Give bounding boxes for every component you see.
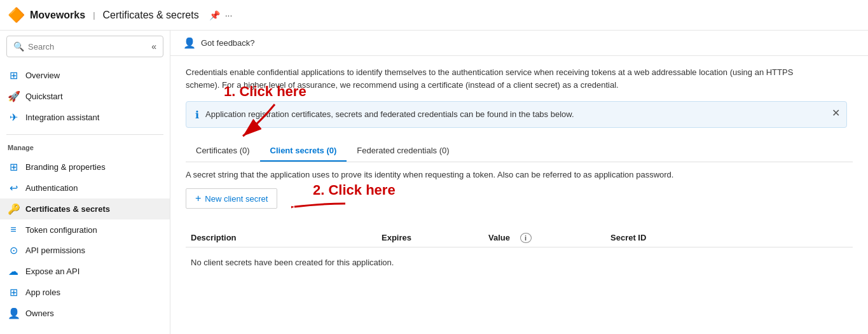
annotation-click-here-1: 1. Click here: [224, 83, 307, 100]
sidebar-item-label: Token configuration: [25, 225, 97, 235]
info-icon: ℹ: [195, 109, 199, 121]
authentication-icon: ↩: [8, 182, 19, 194]
integration-icon: ✈: [8, 111, 19, 123]
manage-label: Manage: [0, 139, 170, 154]
sidebar-item-label: Authentication: [25, 183, 78, 193]
app-name: Moveworks: [30, 10, 85, 21]
sidebar-item-expose[interactable]: ☁ Expose an API: [0, 261, 170, 282]
sidebar-item-label: App roles: [25, 288, 60, 297]
sidebar: 🔍 « ⊞ Overview 🚀 Quickstart ✈ Integratio…: [0, 31, 170, 334]
secret-description: A secret string that the application use…: [186, 170, 694, 179]
expose-icon: ☁: [8, 265, 19, 277]
sidebar-nav-top: ⊞ Overview 🚀 Quickstart ✈ Integration as…: [0, 62, 170, 130]
certificates-icon: 🔑: [8, 203, 19, 215]
app-logo-icon: 🔶: [8, 7, 25, 24]
collapse-icon[interactable]: «: [151, 41, 156, 52]
main-content: 👤 Got feedback? Credentials enable confi…: [170, 31, 868, 334]
app-layout: 🔍 « ⊞ Overview 🚀 Quickstart ✈ Integratio…: [0, 31, 868, 334]
tab-federated-credentials[interactable]: Federated credentials (0): [347, 141, 459, 162]
sidebar-item-integration[interactable]: ✈ Integration assistant: [0, 107, 170, 128]
sidebar-item-owners[interactable]: 👤 Owners: [0, 303, 170, 324]
sidebar-item-approles[interactable]: ⊞ App roles: [0, 282, 170, 303]
pin-icon[interactable]: 📌: [209, 10, 220, 20]
tab-client-secrets[interactable]: Client secrets (0): [260, 141, 347, 162]
app-header: 🔶 Moveworks | Certificates & secrets 📌 ·…: [0, 0, 868, 31]
value-info-icon[interactable]: i: [520, 233, 532, 243]
header-actions: 📌 ···: [209, 10, 233, 20]
new-client-secret-button[interactable]: + New client secret: [186, 188, 277, 209]
feedback-text: Got feedback?: [201, 38, 255, 48]
sidebar-item-token[interactable]: ≡ Token configuration: [0, 219, 170, 240]
sidebar-item-label: Overview: [25, 71, 60, 80]
info-banner: ℹ Application registration certificates,…: [186, 101, 847, 128]
close-banner-button[interactable]: ✕: [832, 107, 840, 119]
sidebar-item-label: Branding & properties: [25, 162, 106, 172]
sidebar-item-api[interactable]: ⊙ API permissions: [0, 240, 170, 261]
table-header: Description Expires Value i Secret ID: [186, 229, 853, 247]
header-separator: |: [93, 10, 95, 20]
sidebar-item-overview[interactable]: ⊞ Overview: [0, 65, 170, 86]
search-input[interactable]: [28, 42, 148, 52]
sidebar-item-authentication[interactable]: ↩ Authentication: [0, 177, 170, 198]
overview-icon: ⊞: [8, 69, 19, 81]
sidebar-item-label: Owners: [25, 309, 54, 318]
sidebar-divider: [6, 134, 163, 135]
annotation-arrow-2: [291, 197, 348, 216]
branding-icon: ⊞: [8, 161, 19, 173]
col-secret-id: Secret ID: [605, 233, 853, 243]
sidebar-nav-manage: ⊞ Branding & properties ↩ Authentication…: [0, 154, 170, 326]
tab-certificates[interactable]: Certificates (0): [186, 141, 260, 162]
new-secret-button-label: New client secret: [205, 194, 268, 204]
annotation-click-here-2: 2. Click here: [313, 182, 396, 198]
main-body: Credentials enable confidential applicat…: [170, 56, 868, 334]
info-banner-text: Application registration certificates, s…: [205, 108, 574, 121]
tabs-container: Certificates (0) Client secrets (0) Fede…: [186, 141, 853, 162]
page-title: Certificates & secrets: [103, 10, 199, 21]
approles-icon: ⊞: [8, 286, 19, 298]
sidebar-item-label: Integration assistant: [25, 113, 99, 122]
col-description: Description: [186, 233, 376, 243]
col-value: Value i: [478, 233, 605, 243]
owners-icon: 👤: [8, 307, 19, 319]
sidebar-item-branding[interactable]: ⊞ Branding & properties: [0, 157, 170, 177]
feedback-bar[interactable]: 👤 Got feedback?: [170, 31, 868, 56]
sidebar-item-label: API permissions: [25, 246, 85, 255]
sidebar-item-certificates[interactable]: 🔑 Certificates & secrets: [0, 198, 170, 219]
sidebar-item-label: Expose an API: [25, 267, 79, 276]
col-expires: Expires: [376, 233, 478, 243]
search-icon: 🔍: [13, 41, 24, 52]
token-icon: ≡: [8, 224, 19, 235]
api-icon: ⊙: [8, 244, 19, 256]
more-options-icon[interactable]: ···: [225, 10, 233, 20]
feedback-icon: 👤: [183, 37, 196, 49]
search-container[interactable]: 🔍 «: [6, 36, 163, 57]
quickstart-icon: 🚀: [8, 90, 19, 102]
plus-icon: +: [195, 193, 201, 204]
sidebar-item-label: Quickstart: [25, 92, 63, 101]
sidebar-item-label: Certificates & secrets: [25, 204, 110, 214]
sidebar-item-quickstart[interactable]: 🚀 Quickstart: [0, 86, 170, 107]
empty-message: No client secrets have been created for …: [186, 247, 853, 277]
